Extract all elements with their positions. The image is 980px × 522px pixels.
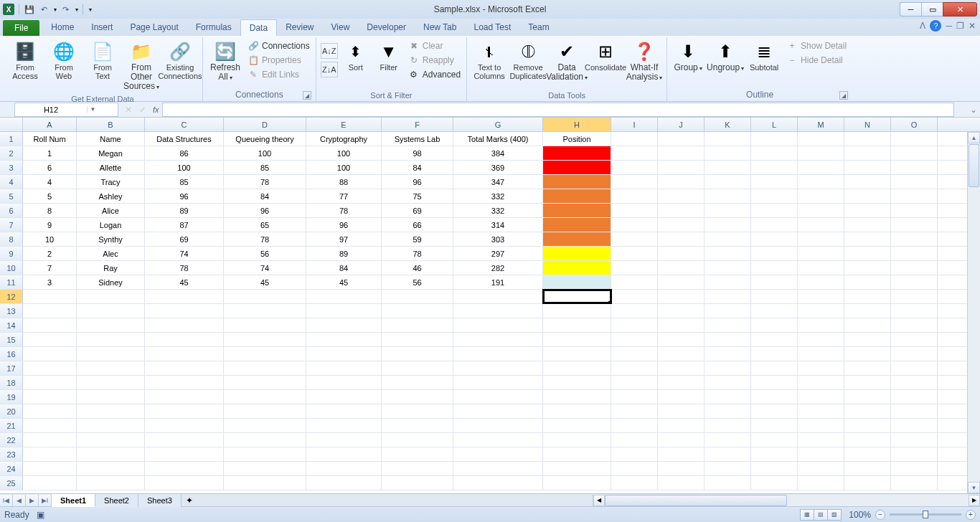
cell[interactable]: 89 bbox=[145, 204, 224, 217]
cell[interactable] bbox=[751, 204, 798, 217]
cell[interactable] bbox=[844, 290, 891, 303]
first-sheet-button[interactable]: I◀ bbox=[0, 495, 13, 506]
cell[interactable] bbox=[453, 433, 543, 447]
scroll-left-icon[interactable]: ◀ bbox=[593, 495, 605, 506]
cell[interactable] bbox=[611, 261, 658, 275]
name-box-dropdown-icon[interactable]: ▼ bbox=[87, 106, 98, 113]
cell[interactable] bbox=[453, 404, 543, 418]
row-header[interactable]: 10 bbox=[0, 261, 23, 275]
cell[interactable]: 65 bbox=[224, 218, 306, 232]
cell[interactable] bbox=[543, 333, 611, 346]
cell[interactable] bbox=[543, 218, 611, 232]
maximize-button[interactable]: ▭ bbox=[921, 2, 943, 16]
cell[interactable] bbox=[145, 390, 224, 404]
cell[interactable] bbox=[705, 376, 751, 389]
column-header[interactable]: F bbox=[382, 118, 453, 131]
cell[interactable] bbox=[611, 419, 658, 432]
cell[interactable] bbox=[453, 361, 543, 375]
cell[interactable] bbox=[224, 476, 306, 490]
cell[interactable] bbox=[77, 304, 145, 318]
cell[interactable] bbox=[798, 247, 844, 260]
cell[interactable] bbox=[751, 290, 798, 303]
row-header[interactable]: 13 bbox=[0, 304, 23, 318]
cell[interactable]: Position bbox=[543, 132, 611, 146]
cell[interactable] bbox=[891, 204, 938, 217]
row-header[interactable]: 6 bbox=[0, 204, 23, 217]
cell[interactable] bbox=[145, 476, 224, 490]
existing-connections-button[interactable]: 🔗Existing Connections bbox=[162, 39, 198, 82]
cell[interactable]: Logan bbox=[77, 218, 145, 232]
cell[interactable] bbox=[543, 275, 611, 289]
cell[interactable] bbox=[382, 304, 453, 318]
cell[interactable]: 8 bbox=[23, 204, 77, 217]
advanced-button[interactable]: ⚙Advanced bbox=[407, 67, 462, 82]
cell[interactable] bbox=[891, 390, 938, 404]
cell[interactable] bbox=[751, 361, 798, 375]
cell[interactable] bbox=[543, 161, 611, 174]
cell[interactable]: 85 bbox=[145, 175, 224, 189]
cell[interactable] bbox=[611, 361, 658, 375]
column-header[interactable]: B bbox=[77, 118, 145, 131]
cell[interactable] bbox=[844, 390, 891, 404]
data-validation-button[interactable]: ✔Data Validation▾ bbox=[549, 39, 585, 83]
cell[interactable] bbox=[382, 376, 453, 389]
cell[interactable]: 89 bbox=[306, 247, 382, 260]
minimize-ribbon-icon[interactable]: ᐱ bbox=[920, 21, 925, 31]
zoom-knob[interactable] bbox=[923, 511, 928, 518]
cell[interactable] bbox=[611, 204, 658, 217]
cell[interactable] bbox=[453, 447, 543, 461]
cell[interactable] bbox=[145, 433, 224, 447]
cell[interactable] bbox=[543, 318, 611, 332]
cell[interactable] bbox=[891, 290, 938, 303]
column-header[interactable]: I bbox=[611, 118, 658, 131]
cell[interactable] bbox=[453, 419, 543, 432]
cell[interactable] bbox=[23, 447, 77, 461]
cell[interactable] bbox=[23, 433, 77, 447]
sheet-tab[interactable]: Sheet3 bbox=[138, 494, 182, 507]
cell[interactable] bbox=[658, 390, 705, 404]
cell[interactable] bbox=[382, 290, 453, 303]
cell[interactable]: 96 bbox=[306, 218, 382, 232]
qat-customize-icon[interactable]: ▾ bbox=[89, 6, 92, 13]
cell[interactable]: Alec bbox=[77, 247, 145, 260]
cell[interactable] bbox=[658, 419, 705, 432]
cell[interactable]: 4 bbox=[23, 175, 77, 189]
cell[interactable] bbox=[751, 404, 798, 418]
cell[interactable] bbox=[453, 333, 543, 346]
cell[interactable]: 100 bbox=[224, 146, 306, 160]
cell[interactable]: 297 bbox=[453, 247, 543, 260]
cell[interactable]: 78 bbox=[224, 175, 306, 189]
cell[interactable]: 56 bbox=[224, 247, 306, 260]
cell[interactable] bbox=[844, 218, 891, 232]
sort-asc-button[interactable]: A↓Z bbox=[321, 43, 338, 59]
cell[interactable] bbox=[798, 390, 844, 404]
horizontal-scrollbar[interactable]: ◀ ▶ bbox=[593, 495, 980, 506]
cell[interactable] bbox=[844, 261, 891, 275]
formula-bar[interactable] bbox=[162, 103, 954, 117]
cell[interactable] bbox=[224, 433, 306, 447]
from-web-button[interactable]: 🌐From Web bbox=[46, 39, 82, 82]
cell[interactable] bbox=[543, 175, 611, 189]
cell[interactable] bbox=[798, 204, 844, 217]
cell[interactable]: 75 bbox=[382, 189, 453, 203]
cell[interactable] bbox=[145, 333, 224, 346]
cell[interactable]: 7 bbox=[23, 261, 77, 275]
cell[interactable] bbox=[658, 404, 705, 418]
cell[interactable] bbox=[891, 447, 938, 461]
cell[interactable] bbox=[77, 290, 145, 303]
scroll-down-icon[interactable]: ▼ bbox=[968, 482, 980, 493]
cell[interactable] bbox=[23, 390, 77, 404]
cell[interactable] bbox=[382, 318, 453, 332]
cell[interactable] bbox=[705, 275, 751, 289]
cell[interactable] bbox=[844, 161, 891, 174]
cell[interactable] bbox=[306, 404, 382, 418]
cell[interactable] bbox=[306, 447, 382, 461]
cell[interactable] bbox=[658, 462, 705, 475]
cell[interactable] bbox=[543, 247, 611, 260]
cell[interactable] bbox=[844, 361, 891, 375]
cell[interactable] bbox=[798, 290, 844, 303]
tab-data[interactable]: Data bbox=[240, 19, 277, 36]
cell[interactable] bbox=[658, 161, 705, 174]
cell[interactable]: 314 bbox=[453, 218, 543, 232]
cell[interactable] bbox=[844, 318, 891, 332]
